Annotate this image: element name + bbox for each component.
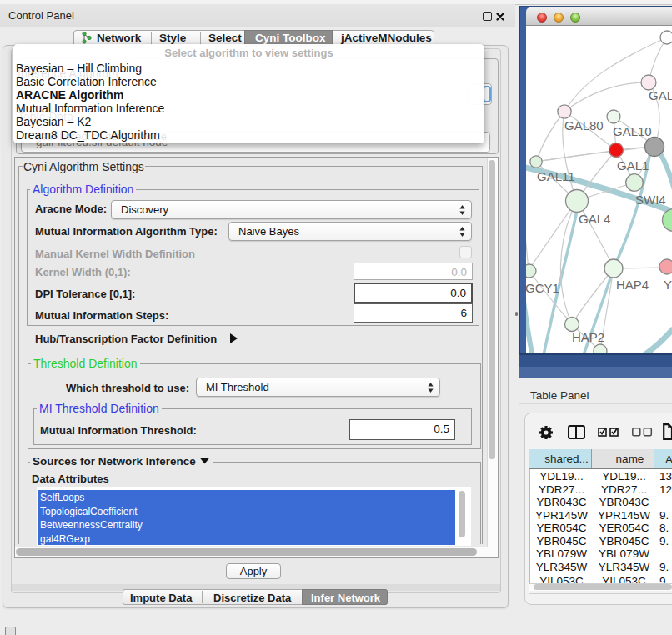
svg-text:Y: Y [664, 278, 672, 292]
svg-text:GAL10: GAL10 [613, 124, 652, 138]
svg-text:SWI4: SWI4 [635, 192, 666, 207]
svg-text:GAL4: GAL4 [579, 212, 610, 226]
svg-text:GAL: GAL [649, 88, 672, 102]
svg-text:HAP4: HAP4 [616, 278, 649, 292]
svg-text:HAP2: HAP2 [572, 330, 604, 344]
svg-text:GCY1: GCY1 [526, 281, 559, 295]
svg-text:GAL80: GAL80 [564, 118, 604, 132]
svg-text:GAL1: GAL1 [617, 158, 649, 172]
svg-text:GAL11: GAL11 [537, 169, 575, 183]
